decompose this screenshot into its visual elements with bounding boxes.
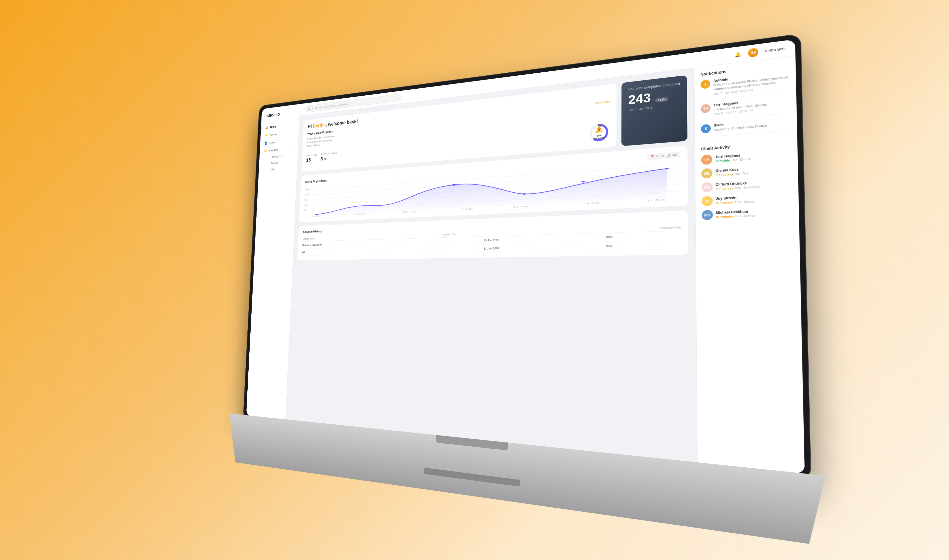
notif-content: Terri Hagenes Inactive for 15 min in Doc… [713, 95, 790, 115]
client-item: GK Glenda Koss In Progress Doc - Will [701, 163, 791, 178]
chevron-down-icon: ▾ [293, 147, 294, 149]
topbar-right: 🔔 BS Bertha Schr [733, 44, 786, 59]
client-avatar: TH [701, 154, 712, 165]
status-badge: In Progress [716, 200, 733, 205]
app-container: automio 🏠 Home ⚡ Activity 👤 Clients [246, 39, 805, 474]
hours-saved-stat: Hours Saved 15 [306, 154, 317, 163]
notifications-section: Notifications A Automio Welcome to Autom… [700, 62, 790, 141]
notification-bell[interactable]: 🔔 [733, 49, 743, 59]
status-badge: Complete [715, 158, 730, 163]
client-doc: Doc - Bankruptcy [735, 185, 760, 189]
date-range-selector[interactable]: 📅 9 Jun - 15 Jun [647, 151, 680, 160]
client-avatar: MB [702, 210, 713, 220]
welcome-name: Bertha [313, 122, 326, 129]
sidebar-navigation: 🏠 Home ⚡ Activity 👤 Clients [259, 120, 299, 174]
client-item: JS Joy Strosin In Progress Doc - Divorce [702, 192, 792, 206]
sidebar-item-label-activity: Activity [270, 133, 277, 137]
date-range-label: 9 Jun - 15 Jun [656, 153, 677, 158]
notif-avatar: A [700, 79, 710, 89]
svg-point-13 [373, 205, 376, 206]
svg-text:9 Jun: 9 Jun [312, 214, 322, 217]
hours-saved-value: 15 [306, 156, 317, 163]
solutions-count: 243 [628, 91, 651, 106]
svg-text:25: 25 [305, 188, 309, 191]
activity-icon: ⚡ [265, 133, 268, 137]
client-doc: Doc - Divorce [735, 200, 755, 203]
time-spent-stat: Time Spent Outside 8 Hr [320, 151, 337, 162]
notifications-list: A Automio Welcome to Automio! Please con… [700, 70, 790, 137]
client-info: Joy Strosin In Progress Doc - Divorce [716, 193, 792, 205]
content-area: Hi Bertha, welcome back! Weekly Goal Pro… [286, 55, 805, 474]
client-doc: Doc - Divorce [735, 214, 755, 218]
clients-icon: 👤 [264, 141, 267, 145]
home-icon: 🏠 [265, 126, 268, 129]
client-avatar: CO [701, 182, 712, 192]
client-doc: Doc - Will [735, 171, 749, 175]
status-badge: In Progress [715, 172, 733, 177]
svg-point-16 [581, 181, 585, 182]
status-badge: In Progress [716, 186, 733, 191]
user-avatar: BS [748, 48, 758, 58]
solutions-completed-card: Solutions completed this month 243 +12% … [622, 75, 687, 146]
svg-text:10: 10 [304, 203, 308, 206]
search-placeholder: Search client, client activity, or solut… [312, 103, 348, 110]
client-doc: Doc - Divorce [732, 157, 751, 162]
notification-item: S Slack Inactive for 15 min in Doc: Divo… [701, 117, 790, 138]
status-badge: In Progress [716, 214, 733, 218]
progress-label: 60% Complete [594, 134, 605, 140]
client-item: MB Michael Beckham In Progress Doc - Div… [702, 206, 792, 220]
laptop-notch [424, 468, 520, 486]
right-panel: Notifications A Automio Welcome to Autom… [694, 55, 805, 474]
main-panel: Hi Bertha, welcome back! Weekly Goal Pro… [286, 68, 698, 463]
client-info: Glenda Koss In Progress Doc - Will [715, 164, 791, 177]
chart-title: Client Acquisitions [305, 178, 327, 183]
client-avatar: JS [702, 195, 713, 206]
client-item: TH Terri Hagenes Complete Doc - Divorce [701, 148, 791, 165]
solutions-submenu: Bankruptcy Divorce Will [259, 152, 298, 173]
sidebar-item-label-solutions: Solutions [269, 148, 278, 152]
notif-avatar: TH [701, 103, 710, 113]
client-info: Clifford Ondricka In Progress Doc - Bank… [716, 178, 792, 191]
client-activity-list: TH Terri Hagenes Complete Doc - Divorce … [701, 148, 792, 220]
notif-content: Slack Inactive for 15 min in Doc: Divorc… [714, 117, 790, 132]
view-detail-link[interactable]: View Detail [595, 100, 610, 105]
svg-text:10 Jun: 10 Jun [352, 212, 364, 215]
laptop-wrapper: automio 🏠 Home ⚡ Activity 👤 Clients [227, 31, 827, 546]
client-avatar: GK [701, 168, 712, 178]
progress-donut: 🧘 60% Complete [589, 121, 610, 143]
notif-avatar: S [701, 124, 711, 133]
client-info: Michael Beckham In Progress Doc - Divorc… [716, 208, 792, 218]
sidebar-item-label-clients: Clients [270, 140, 276, 144]
svg-text:12 Jun: 12 Jun [458, 207, 473, 211]
time-spent-value: 8 Hr [320, 154, 337, 162]
svg-text:20: 20 [305, 193, 309, 195]
client-info: Terri Hagenes Complete Doc - Divorce [715, 150, 791, 163]
svg-text:11 Jun: 11 Jun [403, 210, 416, 213]
svg-text:5: 5 [304, 209, 306, 211]
svg-text:13 Jun: 13 Jun [513, 205, 528, 208]
client-activity-section: Client Activity TH Terri Hagenes Complet… [701, 140, 792, 224]
time-spent-unit: Hr [324, 157, 327, 160]
table-title: Solution History [303, 229, 322, 233]
solutions-icon: 📁 [264, 149, 267, 152]
svg-text:15: 15 [305, 198, 309, 201]
solutions-badge: +12% [655, 97, 668, 103]
notif-content: Automio Welcome to Automio! Please confi… [713, 70, 789, 95]
weekly-goal-title: Weekly Goal Progress [307, 130, 333, 135]
main-content: 🔍 Search client, client activity, or sol… [286, 39, 805, 474]
screen-content: automio 🏠 Home ⚡ Activity 👤 Clients [246, 39, 805, 474]
calendar-icon: 📅 [650, 155, 655, 158]
sidebar-item-label-home: Home [270, 125, 277, 128]
user-name: Bertha Schr [763, 46, 786, 53]
goal-illustration: 🧘 [595, 124, 604, 133]
hours-saved-label: Hours Saved [307, 154, 317, 157]
laptop-screen: automio 🏠 Home ⚡ Activity 👤 Clients [243, 33, 811, 480]
search-icon: 🔍 [308, 107, 310, 110]
svg-point-17 [665, 167, 669, 169]
weekly-goal-desc: Keep up the good work! You've almost rea… [307, 134, 337, 148]
client-item: CO Clifford Ondricka In Progress Doc - B… [701, 177, 792, 192]
